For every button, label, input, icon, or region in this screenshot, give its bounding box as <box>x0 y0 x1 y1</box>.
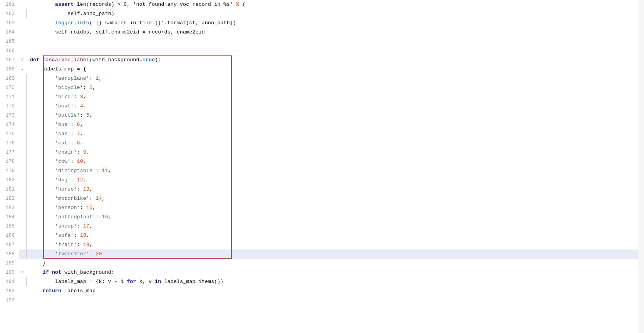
code-line: 183 'person': 15, <box>0 203 644 213</box>
code-line: 192 return labels_map <box>0 286 644 296</box>
token-plain: self.anno_path) <box>67 9 114 18</box>
line-number: 183 <box>0 203 19 213</box>
token-percent-kw: % <box>236 0 239 9</box>
fold-gutter <box>19 259 25 268</box>
code-line: 173 'bottle': 5, <box>0 111 644 120</box>
fold-icon[interactable]: ▽ <box>21 268 23 277</box>
code-content: 'car': 7, <box>27 129 644 139</box>
fold-gutter <box>19 240 25 249</box>
line-number: 193 <box>0 296 19 305</box>
code-line: 181 'horse': 13, <box>0 185 644 194</box>
token-plain: ('{} samples in file {}'.format(ct, anno… <box>89 18 236 28</box>
token-plain: : <box>83 83 89 92</box>
token-plain: : <box>77 222 83 231</box>
indent <box>30 231 55 240</box>
code-line: 164 self.roidbs, self.cname2cid = record… <box>0 28 644 37</box>
indent <box>30 240 55 249</box>
fold-gutter[interactable]: ▽ <box>19 268 25 277</box>
line-number: 182 <box>0 194 19 203</box>
token-str-val: 'train' <box>55 240 77 249</box>
indent <box>30 203 55 213</box>
token-num-val: 4 <box>80 102 83 111</box>
token-plain: , <box>83 157 86 166</box>
line-number: 191 <box>0 277 19 286</box>
line-number: 176 <box>0 139 19 148</box>
indent <box>30 268 42 277</box>
token-plain: : <box>89 74 96 83</box>
token-num-val: 8 <box>77 139 80 148</box>
fold-gutter <box>19 222 25 231</box>
token-str-val: 'boat' <box>55 102 74 111</box>
fold-gutter <box>19 277 25 286</box>
code-line: 190▽ if not with_background: <box>0 268 644 277</box>
indent <box>30 222 55 231</box>
token-num-val: 11 <box>102 166 108 176</box>
fold-gutter[interactable]: ▽ <box>19 55 25 65</box>
code-line: 184 'pottedplant': 16, <box>0 213 644 222</box>
code-content: assert len(records) > 0, 'not found any … <box>27 0 644 9</box>
indent <box>30 185 55 194</box>
token-num-val: 20 <box>96 249 102 259</box>
code-line: 178 'cow': 10, <box>0 157 644 166</box>
code-line: 179 'diningtable': 11, <box>0 166 644 176</box>
fold-gutter <box>19 0 25 9</box>
code-line: 191 labels_map = {k: v - 1 for k, v in l… <box>0 277 644 286</box>
code-content: 'horse': 13, <box>27 185 644 194</box>
code-line: 165 <box>0 37 644 46</box>
code-line: 189 } <box>0 259 644 268</box>
line-number: 173 <box>0 111 19 120</box>
fold-icon[interactable]: ▽ <box>21 55 23 65</box>
token-plain: } <box>42 259 45 268</box>
token-num-val: 14 <box>96 194 102 203</box>
line-number: 192 <box>0 286 19 296</box>
token-plain: labels_map.items()} <box>161 277 223 286</box>
token-method: logger.info <box>55 18 89 28</box>
code-content: labels_map = { <box>27 65 644 74</box>
token-num-val: 15 <box>86 203 92 213</box>
line-number: 168 <box>0 65 19 74</box>
indent <box>30 194 55 203</box>
code-content: 'motorbike': 14, <box>27 194 644 203</box>
fold-gutter <box>19 83 25 92</box>
token-plain: , <box>92 203 96 213</box>
fold-gutter <box>19 92 25 102</box>
token-plain: : <box>77 240 83 249</box>
code-line: 175 'car': 7, <box>0 129 644 139</box>
token-str-val: 'cat' <box>55 139 71 148</box>
token-kw-return: return <box>42 286 61 296</box>
token-str-val: 'aeroplane' <box>55 74 89 83</box>
fold-gutter <box>19 176 25 185</box>
code-line: 163 logger.info('{} samples in file {}'.… <box>0 18 644 28</box>
code-content <box>27 296 644 305</box>
fold-gutter <box>19 9 25 18</box>
code-content: return labels_map <box>27 286 644 296</box>
fold-gutter <box>19 296 25 305</box>
token-plain: , <box>89 240 92 249</box>
fold-gutter[interactable]: - <box>19 65 25 74</box>
fold-gutter <box>19 102 25 111</box>
line-number: 167 <box>0 55 19 65</box>
token-plain: : <box>70 139 77 148</box>
token-str-val: 'cow' <box>55 157 71 166</box>
fold-gutter <box>19 18 25 28</box>
indent <box>30 9 67 18</box>
indent <box>30 157 55 166</box>
code-line: 161 assert len(records) > 0, 'not found … <box>0 0 644 9</box>
token-plain <box>39 55 42 65</box>
fold-gutter <box>19 249 25 259</box>
indent <box>30 92 55 102</box>
code-content: 'pottedplant': 16, <box>27 213 644 222</box>
token-plain: , <box>83 92 86 102</box>
token-str-val: 'person' <box>55 203 80 213</box>
line-number: 186 <box>0 231 19 240</box>
token-num-val: 9 <box>83 148 86 157</box>
token-num-val: 18 <box>80 231 86 240</box>
code-content: 'aeroplane': 1, <box>27 74 644 83</box>
token-plain: , <box>99 74 102 83</box>
token-plain: : <box>70 176 77 185</box>
token-num-val: 13 <box>83 185 89 194</box>
fold-icon[interactable]: - <box>21 67 24 72</box>
code-line: 180 'dog': 12, <box>0 176 644 185</box>
token-plain: k, v <box>136 277 155 286</box>
scrollbar[interactable] <box>639 0 644 333</box>
